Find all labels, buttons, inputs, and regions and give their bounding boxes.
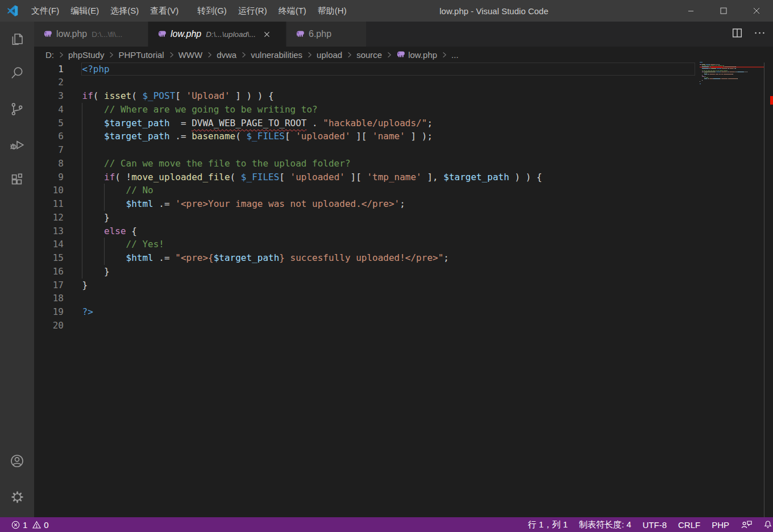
minimap-line-mark [722, 68, 728, 69]
breadcrumb-item-7[interactable]: source [356, 50, 382, 60]
code-token: } [104, 266, 110, 277]
code-line-5[interactable]: 5 $target_path = DVWA_WEB_PAGE_TO_ROOT .… [34, 117, 773, 130]
code-line-16[interactable]: 16 } [34, 265, 773, 279]
code-line-18[interactable]: 18 [34, 292, 773, 305]
tab-close-icon[interactable] [260, 28, 273, 40]
line-number: 12 [34, 211, 64, 225]
breadcrumb-item-1[interactable]: phpStudy [68, 50, 104, 60]
activity-account-button[interactable] [0, 446, 34, 476]
code-line-8[interactable]: 8 // Can we move the file to the upload … [34, 157, 773, 171]
minimap-line-mark [729, 72, 735, 72]
activity-extensions-button[interactable] [0, 165, 34, 194]
minimap-line-mark [721, 72, 727, 72]
code-line-15[interactable]: 15 $html .= "<pre>{$target_path} succesf… [34, 251, 773, 265]
menu-bar: 文件(F)编辑(E)选择(S)查看(V)转到(G)运行(R)终端(T)帮助(H) [26, 0, 352, 22]
code-line-6[interactable]: 6 $target_path .= basename( $_FILES[ 'up… [34, 130, 773, 143]
breadcrumb-label: WWW [178, 50, 202, 60]
code-line-2[interactable]: 2 [34, 76, 773, 89]
code-line-3[interactable]: 3if( isset( $_POST[ 'Upload' ] ) ) { [34, 89, 773, 103]
code-token: $target_path [104, 131, 170, 142]
more-actions-button[interactable] [754, 28, 765, 38]
menu-item-3[interactable]: 查看(V) [144, 0, 184, 22]
maximize-button[interactable] [707, 0, 740, 22]
tab-6-php-2[interactable]: 6.php [286, 22, 366, 47]
menu-item-0[interactable]: 文件(F) [26, 0, 65, 22]
code-token: // Can we move the file to the upload fo… [104, 158, 350, 169]
code-line-9[interactable]: 9 if( !move_uploaded_file( $_FILES[ 'upl… [34, 171, 773, 184]
minimap-line-mark [734, 68, 734, 69]
menu-item-4[interactable]: 转到(G) [192, 0, 232, 22]
breadcrumb-item-5[interactable]: vulnerabilities [251, 50, 302, 60]
minimap-line-mark [709, 78, 713, 79]
status-feedback-button[interactable] [735, 520, 758, 529]
chevron-right-icon [205, 51, 214, 59]
minimap-line-mark [704, 78, 707, 79]
status-eol[interactable]: CRLF [672, 520, 706, 530]
search-icon [10, 65, 24, 80]
minimap[interactable] [700, 62, 764, 517]
status-language-mode[interactable]: PHP [706, 520, 735, 530]
minimap-line-mark [728, 72, 729, 72]
code-token: isset [104, 90, 131, 101]
status-cursor-position[interactable]: 行 1，列 1 [522, 519, 573, 530]
code-line-17[interactable]: 17} [34, 279, 773, 292]
code-line-14[interactable]: 14 // Yes! [34, 238, 773, 251]
activity-source-control-button[interactable] [0, 94, 34, 124]
breadcrumb-item-6[interactable]: upload [317, 50, 342, 60]
status-notifications-button[interactable] [758, 520, 773, 529]
menu-item-6[interactable]: 终端(T) [273, 0, 312, 22]
code-line-1[interactable]: 1<?php [34, 63, 773, 76]
activity-run-debug-button[interactable] [0, 130, 34, 159]
minimap-line-mark [720, 72, 721, 72]
tab-description: D:\...\fi\... [92, 30, 122, 39]
php-icon [296, 30, 305, 39]
chevron-right-icon [345, 51, 354, 59]
code-token: ][ [351, 131, 373, 142]
activity-explorer-button[interactable] [0, 24, 34, 54]
tab-low-php-0[interactable]: low.phpD:\...\fi\... [34, 22, 148, 47]
code-line-20[interactable]: 20 [34, 319, 773, 332]
code-token: ], [422, 172, 444, 182]
vscode-logo-icon [7, 5, 18, 16]
activity-bar [0, 22, 34, 517]
activity-settings-button[interactable] [0, 482, 34, 512]
line-content: } [82, 265, 110, 279]
code-line-12[interactable]: 12 } [34, 211, 773, 225]
status-tab-size[interactable]: 制表符长度: 4 [573, 519, 637, 530]
error-icon [11, 521, 20, 529]
close-button[interactable] [740, 0, 773, 22]
chevron-right-icon [440, 51, 448, 59]
breadcrumb-item-0[interactable]: D: [45, 50, 54, 60]
menu-item-5[interactable]: 运行(R) [232, 0, 273, 22]
menu-item-2[interactable]: 选择(S) [105, 0, 144, 22]
code-token: = [170, 118, 192, 128]
line-number: 14 [34, 238, 64, 251]
split-editor-button[interactable] [732, 28, 742, 38]
status-encoding[interactable]: UTF-8 [637, 520, 672, 530]
code-line-11[interactable]: 11 $html .= '<pre>Your image was not upl… [34, 197, 773, 211]
code-token: } [82, 280, 88, 290]
code-line-19[interactable]: 19?> [34, 305, 773, 319]
current-line-highlight [81, 63, 695, 76]
problems-status[interactable]: 10 [11, 520, 49, 530]
editor[interactable]: 1<?php23if( isset( $_POST[ 'Upload' ] ) … [34, 63, 773, 517]
code-line-4[interactable]: 4 // Where are we going to be writing to… [34, 103, 773, 117]
breadcrumb-item-4[interactable]: dvwa [217, 50, 236, 60]
breadcrumb-item-8[interactable]: low.php [396, 50, 437, 60]
activity-search-button[interactable] [0, 58, 34, 88]
code-token: $_POST [142, 90, 175, 101]
code-line-10[interactable]: 10 // No [34, 184, 773, 197]
minimize-button[interactable] [674, 0, 707, 22]
breadcrumb-label: upload [317, 50, 342, 60]
breadcrumb-item-3[interactable]: WWW [178, 50, 202, 60]
line-content: ?> [82, 305, 93, 319]
bell-icon [763, 520, 772, 529]
code-line-7[interactable]: 7 [34, 143, 773, 157]
code-token: } succesfully uploaded!</pre>" [279, 252, 443, 263]
breadcrumb-item-2[interactable]: PHPTutorial [118, 50, 164, 60]
breadcrumb-item-9[interactable]: ... [451, 50, 459, 60]
menu-item-7[interactable]: 帮助(H) [312, 0, 352, 22]
code-line-13[interactable]: 13 else { [34, 225, 773, 238]
tab-low-php-1[interactable]: low.phpD:\...\upload\... [148, 22, 286, 47]
menu-item-1[interactable]: 编辑(E) [65, 0, 105, 22]
